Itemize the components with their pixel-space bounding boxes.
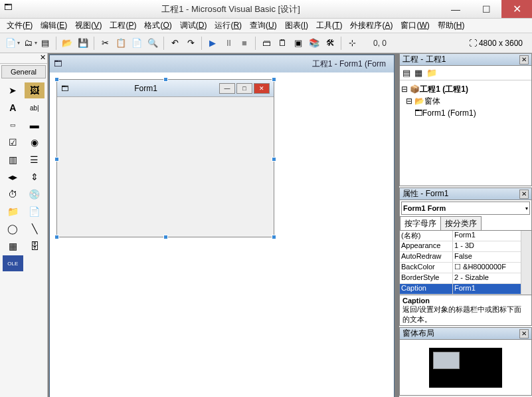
undo-button[interactable]: ↶ [167, 36, 182, 51]
open-button[interactable]: 📂 [60, 36, 74, 51]
menu-window[interactable]: 窗口(W) [397, 20, 433, 31]
tool-pointer[interactable]: ➤ [3, 82, 23, 98]
maximize-button[interactable]: ☐ [471, 0, 501, 18]
properties-close-button[interactable]: ✕ [519, 190, 529, 199]
tool-shape[interactable]: ◯ [3, 221, 23, 237]
menu-diagram[interactable]: 图表(I) [281, 20, 312, 31]
save-button[interactable]: 💾 [76, 36, 90, 51]
menu-debug[interactable]: 调试(D) [176, 20, 211, 31]
minimize-button[interactable]: — [440, 0, 471, 18]
add-project-button[interactable]: 📄 [3, 36, 18, 51]
paste-button[interactable]: 📄 [130, 36, 144, 51]
mdi-child-titlebar[interactable]: 🗔 工程1 - Form1 (Form [50, 55, 394, 72]
coord-display: 0, 0 [373, 39, 387, 48]
tool-image[interactable]: ▦ [3, 238, 23, 254]
menu-addins[interactable]: 外接程序(A) [346, 20, 397, 31]
form-layout-body[interactable] [400, 340, 531, 395]
resize-handle-n[interactable] [163, 77, 168, 82]
tool-timer[interactable]: ⏱ [3, 186, 23, 202]
copy-button[interactable]: 📋 [114, 36, 128, 51]
tool-hscrollbar[interactable]: ◂▸ [3, 169, 23, 185]
tool-textbox[interactable]: ab| [25, 100, 45, 116]
view-code-button[interactable]: ▤ [402, 68, 410, 78]
property-row[interactable]: (名称)Form1 [400, 231, 531, 241]
toolbox-close-button[interactable]: ✕ [0, 53, 47, 64]
project-toolbar: ▤ ▦ 📁 [400, 66, 531, 80]
resize-handle-ne[interactable] [272, 77, 276, 82]
tool-dirlistbox[interactable]: 📁 [3, 203, 23, 219]
property-row[interactable]: Appearance1 - 3D [400, 241, 531, 252]
resize-handle-nw[interactable] [54, 77, 59, 82]
toolbox-panel: ✕ General ➤ 🖼 A ab| ▭ ▬ ☑ ◉ ▥ ☰ ◂▸ ⇕ ⏱ 💿… [0, 53, 48, 397]
form-layout-button[interactable]: ▣ [291, 36, 306, 51]
properties-tab-categorized[interactable]: 按分类序 [440, 216, 482, 230]
tool-checkbox[interactable]: ☑ [3, 134, 23, 150]
menu-editor-button[interactable]: ▤ [38, 36, 52, 51]
tool-data[interactable]: 🗄 [25, 238, 45, 254]
mdi-child-window[interactable]: 🗔 工程1 - Form1 (Form 🗔 Form1 — □ ✕ [49, 55, 395, 397]
redo-button[interactable]: ↷ [183, 36, 198, 51]
form-layout-close-button[interactable]: ✕ [519, 329, 529, 338]
menu-view[interactable]: 视图(V) [71, 20, 106, 31]
close-button[interactable]: ✕ [501, 0, 532, 18]
properties-button[interactable]: 🗒 [275, 36, 290, 51]
properties-scrollbar[interactable] [521, 231, 531, 295]
resize-handle-sw[interactable] [54, 235, 59, 239]
menu-run[interactable]: 运行(R) [211, 20, 246, 31]
menu-tools[interactable]: 工具(T) [312, 20, 346, 31]
property-row[interactable]: BorderStyle2 - Sizable [400, 273, 531, 284]
mdi-area: 🗔 工程1 - Form1 (Form 🗔 Form1 — □ ✕ [48, 53, 399, 397]
form-client-area[interactable] [57, 97, 274, 237]
resize-handle-se[interactable] [272, 235, 276, 239]
end-button[interactable]: ■ [237, 36, 252, 51]
property-row[interactable]: BackColor☐ &H8000000F [400, 263, 531, 273]
tool-picturebox[interactable]: 🖼 [25, 82, 45, 98]
tool-drivelistbox[interactable]: 💿 [25, 186, 45, 202]
property-row[interactable]: AutoRedrawFalse [400, 252, 531, 263]
tool-vscrollbar[interactable]: ⇕ [25, 169, 45, 185]
form-maximize-button[interactable]: □ [236, 83, 252, 94]
tool-ole[interactable]: OLE [3, 255, 23, 271]
form-minimize-button[interactable]: — [219, 83, 235, 94]
object-browser-button[interactable]: 📚 [307, 36, 321, 51]
properties-object-selector[interactable]: Form1 Form▾ [401, 201, 530, 215]
break-button[interactable]: ⏸ [221, 36, 236, 51]
project-explorer-button[interactable]: 🗃 [259, 36, 274, 51]
project-explorer-panel: 工程 - 工程1 ✕ ▤ ▦ 📁 ⊟ 📦 工程1 (工程1) ⊟ 📂 窗体 🗔 … [399, 53, 532, 186]
toggle-folders-button[interactable]: 📁 [426, 68, 437, 78]
start-button[interactable]: ▶ [205, 36, 220, 51]
window-titlebar: 🗔 工程1 - Microsoft Visual Basic [设计] — ☐ … [0, 0, 532, 19]
properties-grid[interactable]: (名称)Form1Appearance1 - 3DAutoRedrawFalse… [400, 231, 531, 295]
view-object-button[interactable]: ▦ [414, 68, 422, 78]
form-preview[interactable] [433, 352, 460, 369]
toolbox-tab-general[interactable]: General [1, 65, 46, 78]
resize-handle-e[interactable] [272, 157, 276, 162]
menu-project[interactable]: 工程(P) [106, 20, 140, 31]
form-close-button[interactable]: ✕ [254, 83, 270, 94]
resize-handle-w[interactable] [54, 157, 59, 162]
tool-label[interactable]: A [3, 100, 23, 116]
menu-format[interactable]: 格式(O) [140, 20, 175, 31]
property-row[interactable]: CaptionForm1 [400, 284, 531, 295]
tool-listbox[interactable]: ☰ [25, 152, 45, 168]
add-form-button[interactable]: 🗂 [21, 36, 35, 51]
properties-tab-alphabetic[interactable]: 按字母序 [400, 216, 441, 230]
menu-help[interactable]: 帮助(H) [434, 20, 469, 31]
tool-combobox[interactable]: ▥ [3, 152, 23, 168]
toolbox-button[interactable]: 🛠 [323, 36, 337, 51]
menu-query[interactable]: 查询(U) [246, 20, 281, 31]
form-designer[interactable]: 🗔 Form1 — □ ✕ [56, 79, 274, 237]
tool-optionbutton[interactable]: ◉ [25, 134, 45, 150]
tool-frame[interactable]: ▭ [3, 117, 23, 133]
project-tree[interactable]: ⊟ 📦 工程1 (工程1) ⊟ 📂 窗体 🗔 Form1 (Form1) [400, 80, 531, 122]
resize-handle-s[interactable] [163, 235, 168, 239]
find-button[interactable]: 🔍 [145, 36, 160, 51]
size-display: ⛶ 4800 x 3600 [469, 39, 523, 48]
menu-file[interactable]: 文件(F) [3, 20, 37, 31]
menu-edit[interactable]: 编辑(E) [37, 20, 71, 31]
tool-line[interactable]: ╲ [25, 221, 45, 237]
project-explorer-close-button[interactable]: ✕ [519, 55, 529, 65]
tool-commandbutton[interactable]: ▬ [25, 117, 45, 133]
cut-button[interactable]: ✂ [98, 36, 112, 51]
tool-filelistbox[interactable]: 📄 [25, 203, 45, 219]
